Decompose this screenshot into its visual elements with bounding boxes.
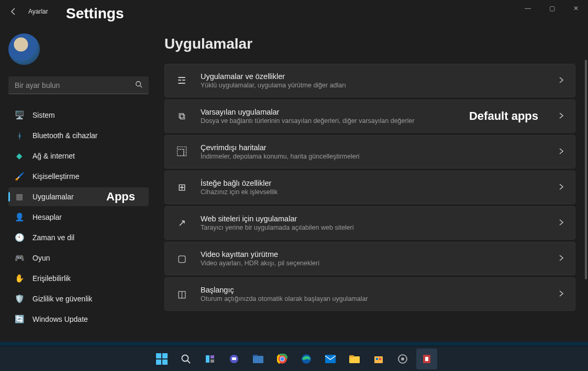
sidebar-item-6[interactable]: 🕙Zaman ve dil bbox=[8, 228, 149, 247]
sidebar-item-7[interactable]: 🎮Oyun bbox=[8, 249, 149, 267]
svg-rect-9 bbox=[253, 356, 263, 363]
sidebar: 🖥️SistemᚼBluetooth & cihazlar◆Ağ & inter… bbox=[0, 23, 157, 342]
svg-rect-8 bbox=[232, 357, 236, 360]
settings-window: Ayarlar Settings — ▢ ✕ 🖥️SistemᚼBluetoot… bbox=[0, 0, 588, 342]
svg-rect-6 bbox=[210, 359, 214, 363]
mail-icon[interactable] bbox=[320, 348, 341, 369]
svg-rect-21 bbox=[376, 358, 378, 360]
content-area: 🖥️SistemᚼBluetooth & cihazlar◆Ağ & inter… bbox=[0, 23, 588, 342]
file-explorer-icon[interactable] bbox=[248, 348, 269, 369]
svg-point-24 bbox=[401, 357, 404, 361]
nav-label: Oyun bbox=[32, 254, 50, 262]
taskbar-search-icon[interactable] bbox=[175, 348, 196, 369]
card-body: Video kayıttan yürütmeVideo ayarları, HD… bbox=[201, 250, 553, 267]
card-list: ☲Uygulamalar ve özelliklerYüklü uygulama… bbox=[164, 64, 581, 311]
chat-icon[interactable] bbox=[224, 348, 245, 369]
nav-label: Zaman ve dil bbox=[32, 233, 74, 242]
card-desc: Tarayıcı yerine bir uygulamada açılabile… bbox=[201, 224, 553, 231]
sidebar-item-0[interactable]: 🖥️Sistem bbox=[8, 106, 149, 125]
nav-icon: 🛡️ bbox=[15, 294, 24, 303]
svg-rect-26 bbox=[425, 357, 428, 361]
nav-label: Kişiselleştirme bbox=[32, 172, 79, 181]
nav-label: Ağ & internet bbox=[32, 152, 75, 160]
search-input[interactable] bbox=[15, 81, 135, 89]
chevron-right-icon bbox=[558, 290, 564, 298]
sidebar-item-3[interactable]: 🖌️Kişiselleştirme bbox=[8, 167, 149, 186]
sidebar-item-5[interactable]: 👤Hesaplar bbox=[8, 208, 149, 227]
nav-icon: ◆ bbox=[15, 151, 24, 161]
video-playback-icon: ▢ bbox=[175, 252, 188, 265]
nav-label: Windows Update bbox=[32, 315, 88, 323]
svg-point-15 bbox=[280, 357, 284, 361]
nav-icon: 🕙 bbox=[15, 233, 24, 242]
card-desc: Video ayarları, HDR akışı, pil seçenekle… bbox=[201, 260, 553, 267]
chevron-right-icon bbox=[558, 148, 564, 156]
store-icon[interactable] bbox=[368, 348, 389, 369]
svg-rect-17 bbox=[325, 355, 336, 363]
app-icon-active[interactable] bbox=[416, 348, 437, 369]
card-desc: Oturum açtığınızda otomatik olarak başla… bbox=[201, 295, 553, 302]
card-body: Web siteleri için uygulamalarTarayıcı ye… bbox=[201, 215, 553, 231]
task-view-icon[interactable] bbox=[199, 348, 220, 369]
maximize-button[interactable]: ▢ bbox=[540, 0, 564, 17]
sidebar-item-8[interactable]: ✋Erişilebilirlik bbox=[8, 269, 149, 288]
nav-label: Hesaplar bbox=[32, 213, 62, 221]
app-title: Ayarlar bbox=[28, 8, 48, 15]
card-default-apps[interactable]: ⧉Varsayılan uygulamalarDosya ve bağlantı… bbox=[164, 99, 575, 133]
card-apps-features[interactable]: ☲Uygulamalar ve özelliklerYüklü uygulama… bbox=[164, 64, 575, 97]
sidebar-item-9[interactable]: 🛡️Gizlilik ve güvenlik bbox=[8, 289, 149, 308]
svg-rect-20 bbox=[374, 356, 383, 363]
chevron-right-icon bbox=[558, 183, 564, 192]
sidebar-item-4[interactable]: ▦UygulamalarApps bbox=[8, 187, 149, 206]
chrome-icon[interactable] bbox=[272, 348, 293, 369]
card-video-playback[interactable]: ▢Video kayıttan yürütmeVideo ayarları, H… bbox=[164, 242, 575, 275]
card-annotation: Default apps bbox=[469, 109, 538, 123]
settings-taskbar-icon[interactable] bbox=[392, 348, 413, 369]
back-button[interactable] bbox=[8, 6, 19, 17]
card-title: Web siteleri için uygulamalar bbox=[201, 215, 553, 223]
offline-maps-icon: ⿹ bbox=[175, 145, 188, 158]
sidebar-item-1[interactable]: ᚼBluetooth & cihazlar bbox=[8, 126, 149, 145]
card-apps-for-websites[interactable]: ↗Web siteleri için uygulamalarTarayıcı y… bbox=[164, 206, 575, 240]
chevron-right-icon bbox=[558, 254, 564, 263]
start-button[interactable] bbox=[151, 348, 172, 369]
folder-icon[interactable] bbox=[344, 348, 365, 369]
nav-label: Bluetooth & cihazlar bbox=[32, 131, 98, 140]
card-desc: Yüklü uygulamalar, uygulama yürütme diğe… bbox=[201, 82, 553, 89]
search-box[interactable] bbox=[8, 76, 149, 94]
apps-for-websites-icon: ↗ bbox=[175, 217, 188, 229]
card-offline-maps[interactable]: ⿹Çevrimdışı haritalarİndirmeler, depolam… bbox=[164, 135, 575, 168]
card-optional-features[interactable]: ⊞İsteğe bağlı özelliklerCihazınız için e… bbox=[164, 171, 575, 204]
startup-icon: ◫ bbox=[175, 288, 188, 300]
close-button[interactable]: ✕ bbox=[564, 0, 588, 17]
svg-rect-10 bbox=[253, 355, 258, 356]
sidebar-item-2[interactable]: ◆Ağ & internet bbox=[8, 147, 149, 165]
card-body: BaşlangıçOturum açtığınızda otomatik ola… bbox=[201, 286, 553, 302]
nav-icon: 🎮 bbox=[15, 253, 24, 263]
taskbar bbox=[0, 346, 588, 371]
card-desc: Cihazınız için ek işlevsellik bbox=[201, 188, 553, 196]
scrollbar[interactable] bbox=[585, 60, 587, 279]
svg-rect-4 bbox=[206, 355, 209, 363]
card-title: Uygulamalar ve özellikler bbox=[201, 72, 553, 81]
card-body: İsteğe bağlı özelliklerCihazınız için ek… bbox=[201, 179, 553, 196]
search-icon bbox=[135, 81, 142, 89]
nav-icon: ✋ bbox=[15, 274, 24, 283]
svg-line-3 bbox=[187, 361, 190, 363]
svg-line-1 bbox=[140, 86, 142, 88]
edge-icon[interactable] bbox=[296, 348, 317, 369]
card-startup[interactable]: ◫BaşlangıçOturum açtığınızda otomatik ol… bbox=[164, 277, 575, 311]
svg-rect-19 bbox=[349, 355, 354, 357]
svg-point-2 bbox=[182, 355, 188, 361]
minimize-button[interactable]: — bbox=[516, 0, 540, 17]
card-body: Uygulamalar ve özelliklerYüklü uygulamal… bbox=[201, 72, 553, 89]
nav-label: Erişilebilirlik bbox=[32, 274, 71, 283]
default-apps-icon: ⧉ bbox=[175, 110, 188, 122]
svg-point-0 bbox=[136, 82, 141, 86]
optional-features-icon: ⊞ bbox=[175, 181, 188, 194]
user-avatar[interactable] bbox=[8, 33, 40, 65]
nav-icon: 🔄 bbox=[15, 314, 24, 324]
sidebar-item-10[interactable]: 🔄Windows Update bbox=[8, 310, 149, 329]
titlebar: Ayarlar Settings — ▢ ✕ bbox=[0, 0, 588, 23]
page-title: Uygulamalar bbox=[164, 36, 581, 52]
